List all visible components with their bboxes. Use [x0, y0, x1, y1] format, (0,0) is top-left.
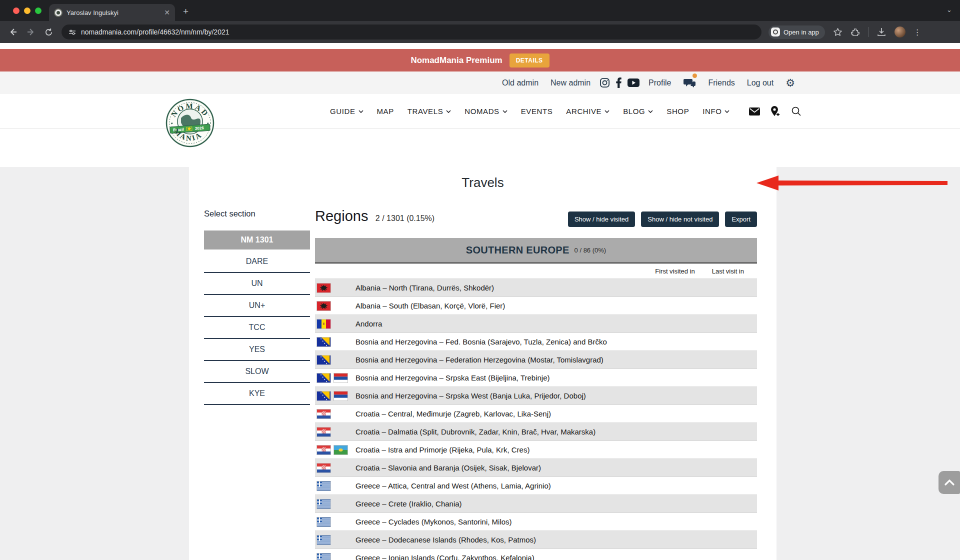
table-row[interactable]: Greece – Attica, Central and West (Athen… [315, 476, 757, 494]
settings-gear-icon[interactable]: ⚙ [786, 77, 795, 89]
friends-link[interactable]: Friends [708, 78, 734, 88]
new-tab-button[interactable]: + [183, 6, 188, 17]
table-row[interactable]: Croatia – Slavonia and Baranja (Osijek, … [315, 458, 757, 476]
table-row[interactable]: Albania – North (Tirana, Durrës, Shkodër… [315, 278, 757, 296]
messages-icon[interactable] [683, 78, 696, 88]
sidebar-item-un[interactable]: UN [204, 273, 310, 295]
tab-search-chevron-icon[interactable]: ⌄ [946, 6, 952, 14]
extensions-icon[interactable] [850, 28, 860, 37]
row-flags [315, 319, 356, 329]
browser-tab[interactable]: Yaroslav Ingulskyi ✕ [49, 4, 175, 21]
flag-croatia-icon [316, 427, 331, 437]
region-name: Greece – Crete (Iraklio, Chania) [356, 500, 462, 508]
site-favicon [54, 8, 62, 17]
row-flags [315, 517, 356, 527]
sidebar-item-nm-1301[interactable]: NM 1301 [204, 230, 310, 250]
new-admin-link[interactable]: New admin [550, 78, 590, 88]
nomadmania-logo[interactable]: NOMAD Brazil 2026 MANIA [165, 98, 215, 148]
show-hide-visited-button[interactable]: Show / hide visited [568, 212, 635, 227]
site-info-icon[interactable] [68, 28, 76, 36]
region-name: Bosnia and Herzegovina – Fed. Bosnia (Sa… [356, 338, 607, 346]
search-icon[interactable] [791, 106, 802, 116]
mail-icon[interactable] [749, 108, 760, 116]
nav-item-shop[interactable]: SHOP [666, 107, 689, 116]
region-name: Greece – Cyclades (Mykonos, Santorini, M… [356, 518, 512, 526]
flag-srpska-icon [334, 391, 348, 401]
nav-item-events[interactable]: EVENTS [521, 107, 553, 116]
downloads-icon[interactable] [876, 27, 886, 37]
sidebar-item-tcc[interactable]: TCC [204, 317, 310, 339]
nav-item-map[interactable]: MAP [377, 107, 394, 116]
details-button[interactable]: DETAILS [510, 54, 550, 68]
nav-item-archive[interactable]: ARCHIVE [566, 107, 610, 116]
export-button[interactable]: Export [725, 212, 757, 227]
sidebar-item-kye[interactable]: KYE [204, 383, 310, 405]
url-bar[interactable]: nomadmania.com/profile/46632/nm/nm/by/20… [62, 24, 762, 40]
reload-button[interactable] [44, 28, 54, 37]
table-row[interactable]: Bosnia and Herzegovina – Fed. Bosnia (Sa… [315, 332, 757, 350]
table-row[interactable]: Andorra [315, 314, 757, 332]
flag-croatia-icon [316, 463, 331, 473]
table-row[interactable]: Croatia – Dalmatia (Split, Dubrovnik, Za… [315, 422, 757, 440]
browser-window: Yaroslav Ingulskyi ✕ + ⌄ nomadmania.com/… [0, 0, 960, 560]
table-row[interactable]: Croatia – Istra and Primorje (Rijeka, Pu… [315, 440, 757, 458]
forward-button[interactable] [26, 27, 36, 37]
row-flags [315, 409, 356, 419]
nav-item-blog[interactable]: BLOG [623, 107, 653, 116]
row-flags [315, 337, 356, 347]
table-row[interactable]: Bosnia and Herzegovina – Srpska West (Ba… [315, 386, 757, 404]
browser-menu-icon[interactable]: ⋮ [914, 28, 922, 37]
youtube-icon[interactable] [628, 78, 640, 87]
flag-bosnia-icon [316, 391, 331, 401]
region-name: Croatia – Central, Međimurje (Zagreb, Ka… [356, 410, 551, 418]
flag-istria-icon [334, 445, 348, 455]
nav-item-nomads[interactable]: NOMADS [464, 107, 507, 116]
maximize-window-button[interactable] [35, 8, 42, 14]
table-row[interactable]: Greece – Crete (Iraklio, Chania) [315, 494, 757, 512]
table-row[interactable]: Greece – Ionian Islands (Corfu, Zakyntho… [315, 548, 757, 560]
add-place-icon[interactable] [770, 106, 780, 117]
tab-close-icon[interactable]: ✕ [164, 8, 170, 16]
bookmark-star-icon[interactable] [833, 28, 842, 37]
page-top-strip [0, 43, 960, 49]
facebook-icon[interactable] [616, 78, 622, 88]
instagram-icon[interactable] [600, 78, 610, 88]
col-first-visited-label: First visited in [655, 268, 694, 275]
flag-bosnia-icon [316, 373, 331, 383]
nav-item-travels[interactable]: TRAVELS [408, 107, 451, 116]
content-card: Travels Select section NM 1301DAREUNUN+T… [189, 167, 776, 560]
table-row[interactable]: Bosnia and Herzegovina – Federation Herz… [315, 350, 757, 368]
sidebar-item-yes[interactable]: YES [204, 339, 310, 361]
sidebar-item-un-[interactable]: UN+ [204, 295, 310, 317]
table-row[interactable]: Greece – Cyclades (Mykonos, Santorini, M… [315, 512, 757, 530]
regions-title: Regions [315, 208, 368, 224]
open-in-app-button[interactable]: Open in app [768, 26, 825, 39]
show-hide-not-visited-button[interactable]: Show / hide not visited [641, 212, 719, 227]
close-window-button[interactable] [13, 8, 20, 14]
table-row[interactable]: Albania – South (Elbasan, Korçë, Vlorë, … [315, 296, 757, 314]
back-button[interactable] [8, 27, 18, 37]
nav-item-info[interactable]: INFO [702, 107, 730, 116]
sidebar-item-dare[interactable]: DARE [204, 251, 310, 273]
table-row[interactable]: Croatia – Central, Međimurje (Zagreb, Ka… [315, 404, 757, 422]
chevron-up-icon [944, 479, 955, 486]
sidebar-item-slow[interactable]: SLOW [204, 361, 310, 383]
flag-greece-icon [316, 517, 331, 527]
table-row[interactable]: Bosnia and Herzegovina – Srpska East (Bi… [315, 368, 757, 386]
nav-item-guide[interactable]: GUIDE [330, 107, 364, 116]
row-flags [315, 499, 356, 509]
old-admin-link[interactable]: Old admin [502, 78, 538, 88]
regions-buttons: Show / hide visited Show / hide not visi… [568, 212, 757, 227]
minimize-window-button[interactable] [24, 8, 30, 14]
profile-link[interactable]: Profile [648, 78, 671, 88]
table-row[interactable]: Greece – Dodecanese Islands (Rhodes, Kos… [315, 530, 757, 548]
toolbar-right: Open in app ⋮ [768, 26, 922, 39]
scroll-to-top-button[interactable] [938, 471, 960, 494]
row-flags [315, 427, 356, 437]
flag-greece-icon [316, 481, 331, 491]
logout-link[interactable]: Log out [747, 78, 774, 88]
regions-count: 2 / 1301 (0.15%) [376, 214, 434, 222]
col-last-visit-label: Last visit in [712, 268, 744, 275]
nav-icons [749, 106, 802, 117]
profile-avatar[interactable] [894, 26, 906, 38]
